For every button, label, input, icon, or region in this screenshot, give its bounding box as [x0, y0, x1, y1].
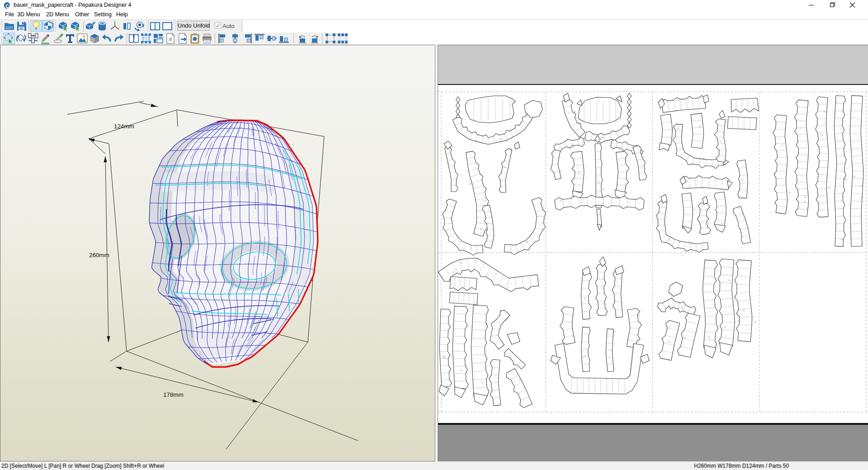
svg-text:37: 37	[583, 355, 586, 357]
svg-text:30: 30	[738, 320, 741, 322]
svg-text:22: 22	[741, 179, 744, 181]
svg-text:26: 26	[571, 144, 574, 146]
svg-text:41: 41	[452, 271, 455, 273]
svg-text:17: 17	[806, 207, 808, 210]
svg-text:35: 35	[849, 226, 852, 229]
svg-text:8: 8	[603, 302, 604, 305]
svg-text:35: 35	[841, 239, 844, 241]
svg-text:25: 25	[484, 200, 486, 202]
svg-text:2: 2	[617, 282, 618, 284]
svg-text:33: 33	[481, 381, 484, 384]
svg-text:29: 29	[821, 134, 823, 136]
svg-text:47: 47	[526, 241, 529, 244]
svg-text:29: 29	[484, 324, 487, 326]
svg-text:12: 12	[728, 279, 731, 282]
svg-text:124mm: 124mm	[114, 123, 134, 130]
svg-text:27: 27	[702, 204, 705, 207]
svg-text:39: 39	[449, 218, 452, 220]
svg-text:14: 14	[560, 170, 562, 172]
svg-text:23: 23	[788, 192, 791, 194]
svg-text:44: 44	[613, 330, 616, 333]
svg-text:260mm: 260mm	[89, 252, 109, 258]
svg-text:#: #	[169, 37, 172, 42]
svg-text:26: 26	[708, 336, 711, 338]
svg-text:14: 14	[671, 128, 674, 131]
svg-text:7: 7	[599, 277, 600, 280]
svg-text:8: 8	[482, 135, 483, 137]
svg-text:28: 28	[480, 228, 483, 230]
svg-text:25: 25	[476, 304, 479, 306]
svg-text:25: 25	[597, 181, 600, 183]
svg-text:42: 42	[668, 239, 671, 241]
svg-text:18: 18	[849, 204, 851, 207]
svg-text:33: 33	[469, 183, 472, 185]
svg-text:19: 19	[823, 111, 826, 113]
svg-text:39: 39	[703, 158, 705, 160]
svg-text:22: 22	[572, 335, 575, 338]
svg-text:6: 6	[800, 127, 801, 130]
svg-text:22: 22	[510, 356, 513, 358]
svg-text:40: 40	[505, 319, 508, 321]
svg-text:12: 12	[737, 207, 740, 209]
svg-text:24: 24	[560, 200, 562, 202]
svg-text:28: 28	[721, 223, 724, 225]
svg-text:32: 32	[681, 307, 684, 309]
svg-text:7: 7	[510, 283, 511, 285]
svg-text:39: 39	[642, 156, 645, 159]
svg-text:24: 24	[578, 173, 580, 175]
svg-text:2: 2	[778, 138, 779, 141]
svg-text:32: 32	[803, 201, 806, 203]
svg-text:8: 8	[689, 240, 690, 243]
svg-text:47: 47	[486, 222, 489, 225]
svg-text:45: 45	[602, 188, 605, 191]
svg-text:30: 30	[692, 209, 695, 211]
svg-text:9: 9	[543, 209, 544, 212]
svg-text:35: 35	[625, 187, 627, 189]
svg-text:42: 42	[601, 136, 604, 139]
svg-text:17: 17	[781, 144, 784, 146]
svg-text:2: 2	[492, 390, 493, 392]
svg-text:35: 35	[844, 179, 847, 181]
svg-text:8: 8	[450, 371, 452, 373]
svg-text:6: 6	[693, 179, 695, 182]
svg-text:32: 32	[678, 241, 681, 243]
svg-text:30: 30	[677, 127, 680, 130]
svg-text:43: 43	[719, 141, 722, 143]
svg-text:42: 42	[698, 126, 701, 128]
svg-text:6: 6	[467, 365, 468, 367]
svg-text:44: 44	[447, 163, 449, 165]
svg-text:21: 21	[460, 262, 463, 264]
svg-text:17: 17	[452, 324, 454, 327]
svg-text:14: 14	[676, 99, 679, 102]
svg-text:42: 42	[684, 337, 686, 339]
svg-text:42: 42	[638, 315, 641, 317]
svg-text:1: 1	[709, 310, 711, 313]
svg-text:9: 9	[703, 277, 705, 279]
svg-text:27: 27	[581, 201, 584, 203]
svg-text:25: 25	[724, 326, 726, 329]
svg-text:3: 3	[471, 248, 472, 250]
svg-text:7: 7	[826, 108, 828, 110]
svg-text:12: 12	[602, 202, 604, 204]
svg-text:12: 12	[455, 268, 458, 270]
svg-text:16: 16	[754, 321, 756, 323]
svg-text:40: 40	[668, 341, 671, 343]
svg-text:11: 11	[861, 196, 863, 198]
svg-text:26: 26	[584, 297, 586, 300]
svg-text:8: 8	[599, 213, 600, 215]
svg-text:43: 43	[519, 379, 521, 381]
svg-text:33: 33	[443, 357, 446, 359]
svg-text:40: 40	[574, 111, 576, 113]
svg-text:39: 39	[828, 187, 830, 189]
svg-text:20: 20	[853, 176, 856, 178]
svg-text:29: 29	[742, 310, 745, 312]
svg-text:47: 47	[504, 166, 507, 169]
svg-text:37: 37	[835, 102, 838, 104]
svg-text:2: 2	[840, 128, 841, 131]
svg-text:24: 24	[861, 185, 863, 187]
svg-text:178mm: 178mm	[163, 391, 184, 398]
svg-text:24: 24	[500, 138, 503, 140]
svg-text:33: 33	[804, 196, 807, 198]
svg-text:19: 19	[460, 370, 462, 372]
